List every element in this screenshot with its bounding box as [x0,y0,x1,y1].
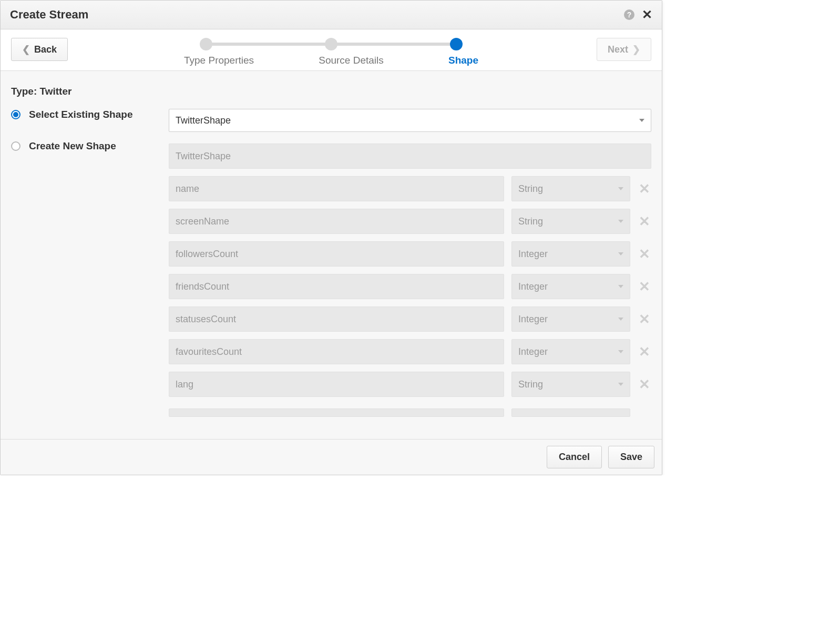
wizard-stepper: Type Properties Source Details Shape [184,38,478,66]
type-line: Type: Twitter [11,86,655,97]
close-icon[interactable]: ✕ [642,8,652,21]
field-name-input: screenName [169,209,504,234]
chevron-left-icon: ❮ [22,44,30,55]
radio-column: Select Existing Shape Create New Shape [11,109,169,428]
radio-existing[interactable] [11,110,21,119]
field-name-input: friendsCount [169,274,504,299]
field-row: followersCountInteger✕ [169,241,651,267]
field-row: langString✕ [169,372,651,397]
step-dot-2[interactable] [325,38,337,50]
dialog-header: Create Stream ? ✕ [1,1,662,29]
chevron-down-icon [618,383,623,386]
radio-existing-label: Select Existing Shape [29,109,132,120]
field-type-select: Integer [511,274,630,299]
field-name-input: followersCount [169,241,504,267]
remove-field-icon: ✕ [638,311,651,328]
back-button-label: Back [34,44,57,55]
step-label-1[interactable]: Type Properties [184,55,254,66]
radio-new[interactable] [11,141,21,151]
field-name-input: name [169,176,504,201]
chevron-down-icon [618,187,623,190]
remove-field-icon: ✕ [638,376,651,393]
radio-row-existing[interactable]: Select Existing Shape [11,109,169,120]
next-button: Next ❯ [597,38,651,61]
chevron-down-icon [618,220,623,223]
field-type-select: Integer [511,339,630,364]
chevron-down-icon [618,350,623,353]
step-label-3[interactable]: Shape [448,55,478,66]
wizard-bar: ❮ Back Type Properties Source Details Sh… [1,29,662,71]
dialog-footer: Cancel Save [1,439,662,475]
field-row: ✕ [169,404,651,421]
field-type-select: String [511,372,630,397]
shape-name-input: TwitterShape [169,144,651,169]
shape-select-value: TwitterShape [176,115,231,126]
field-type-select: Integer [511,241,630,267]
step-label-2[interactable]: Source Details [319,55,384,66]
field-type-value: Integer [518,249,548,260]
fields-list: nameString✕screenNameString✕followersCou… [169,176,651,421]
create-stream-dialog: Create Stream ? ✕ ❮ Back Type Properties… [0,0,662,475]
remove-field-icon: ✕ [638,344,651,360]
chevron-down-icon [639,119,644,122]
field-type-value: String [518,216,543,227]
field-name-input [169,408,504,417]
field-type-value: Integer [518,346,548,357]
remove-field-icon: ✕ [638,213,651,230]
field-type-value: String [518,183,543,195]
chevron-down-icon [618,285,623,288]
field-row: screenNameString✕ [169,209,651,234]
save-button[interactable]: Save [608,446,654,468]
field-type-value: String [518,379,543,390]
remove-field-icon: ✕ [638,246,651,262]
field-type-select: String [511,209,630,234]
field-type-value: Integer [518,281,548,292]
field-row: statusesCountInteger✕ [169,306,651,332]
help-icon[interactable]: ? [624,9,634,20]
shape-config-column: TwitterShape TwitterShape nameString✕scr… [169,109,655,428]
field-row: favouritesCountInteger✕ [169,339,651,364]
field-row: friendsCountInteger✕ [169,274,651,299]
chevron-right-icon: ❯ [632,44,640,55]
cancel-button[interactable]: Cancel [547,446,602,468]
shape-form: Select Existing Shape Create New Shape T… [11,109,655,428]
dialog-body: Type: Twitter Select Existing Shape Crea… [1,71,662,439]
step-dot-3[interactable] [450,38,463,50]
remove-field-icon: ✕ [638,181,651,197]
header-icons: ? ✕ [624,8,652,21]
field-type-select [511,408,630,417]
chevron-down-icon [618,252,623,255]
dialog-title: Create Stream [10,8,88,22]
field-row: nameString✕ [169,176,651,201]
radio-row-new[interactable]: Create New Shape [11,140,169,152]
shape-select[interactable]: TwitterShape [169,109,651,132]
back-button[interactable]: ❮ Back [11,38,68,61]
field-name-input: lang [169,372,504,397]
field-type-value: Integer [518,314,548,325]
radio-new-label: Create New Shape [29,140,116,152]
next-button-label: Next [608,44,628,55]
chevron-down-icon [618,318,623,321]
remove-field-icon: ✕ [638,279,651,295]
step-dot-1[interactable] [200,38,212,50]
field-name-input: statusesCount [169,306,504,332]
field-type-select: String [511,176,630,201]
field-name-input: favouritesCount [169,339,504,364]
field-type-select: Integer [511,306,630,332]
